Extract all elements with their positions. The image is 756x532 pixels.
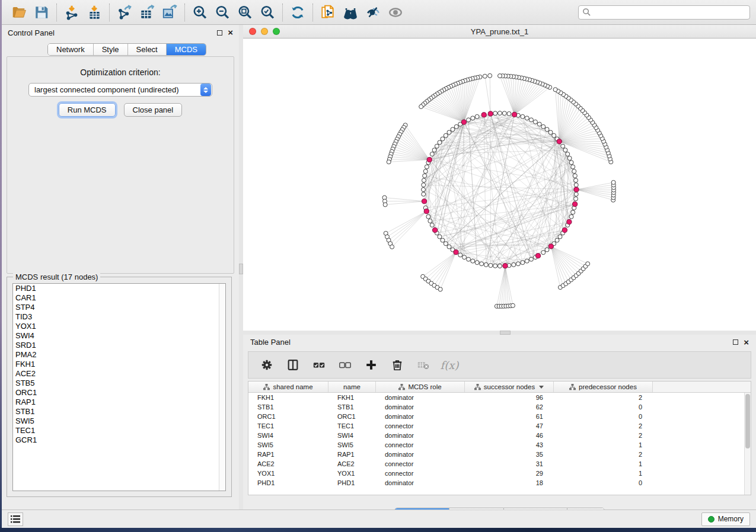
- network-node[interactable]: [537, 122, 541, 126]
- column-header-predecessor-nodes[interactable]: predecessor nodes: [554, 382, 653, 392]
- network-node[interactable]: [428, 219, 432, 223]
- network-node[interactable]: [521, 114, 525, 118]
- mcds-result-item[interactable]: GCR1: [13, 435, 225, 445]
- table-cell[interactable]: dominator: [376, 432, 465, 439]
- table-scrollbar-thumb[interactable]: [745, 394, 750, 448]
- network-node[interactable]: [422, 192, 426, 196]
- show-graphics-details-button[interactable]: [362, 2, 384, 23]
- table-cell[interactable]: 18: [465, 479, 554, 486]
- table-cell[interactable]: TEC1: [328, 422, 376, 430]
- table-cell[interactable]: 96: [465, 394, 554, 401]
- leaf-node[interactable]: [498, 74, 502, 78]
- table-cell[interactable]: dominator: [376, 479, 465, 486]
- network-node[interactable]: [545, 248, 549, 252]
- leaf-node[interactable]: [419, 105, 423, 109]
- table-cell[interactable]: PHD1: [248, 479, 328, 486]
- table-cell[interactable]: 62: [465, 403, 554, 411]
- network-node[interactable]: [444, 242, 448, 246]
- mcds-result-item[interactable]: SWI4: [13, 331, 225, 341]
- horizontal-splitter[interactable]: [243, 331, 756, 335]
- network-node[interactable]: [521, 261, 525, 265]
- table-cell[interactable]: ACE2: [328, 460, 376, 467]
- network-node[interactable]: [567, 156, 572, 161]
- fan-edge[interactable]: [437, 252, 456, 287]
- mcds-node[interactable]: [481, 113, 486, 117]
- network-node[interactable]: [426, 214, 430, 219]
- network-node[interactable]: [467, 257, 471, 261]
- mcds-node[interactable]: [567, 219, 572, 224]
- mcds-node[interactable]: [424, 209, 429, 214]
- table-settings-button[interactable]: [257, 355, 277, 375]
- table-cell[interactable]: RAP1: [248, 451, 328, 458]
- network-node[interactable]: [447, 245, 451, 249]
- mcds-result-item[interactable]: TID3: [13, 312, 225, 322]
- table-cell[interactable]: 31: [465, 460, 554, 467]
- fan-edge[interactable]: [485, 76, 490, 114]
- network-node[interactable]: [471, 259, 475, 263]
- leaf-node[interactable]: [483, 74, 487, 78]
- network-node[interactable]: [569, 161, 573, 165]
- column-header-name[interactable]: name: [328, 382, 376, 392]
- table-cell[interactable]: 2: [554, 451, 653, 458]
- table-row[interactable]: TEC1TEC1connector472: [248, 421, 751, 431]
- table-cell[interactable]: 47: [465, 422, 554, 430]
- fan-edge[interactable]: [551, 246, 588, 264]
- network-node[interactable]: [441, 137, 445, 141]
- tab-network[interactable]: Network: [48, 44, 94, 55]
- table-cell[interactable]: dominator: [376, 403, 465, 411]
- table-cell[interactable]: connector: [376, 470, 465, 477]
- network-node[interactable]: [484, 262, 488, 267]
- close-panel-icon[interactable]: ×: [228, 30, 233, 36]
- network-node[interactable]: [422, 183, 426, 187]
- mcds-result-item[interactable]: RAP1: [13, 398, 225, 407]
- mcds-node[interactable]: [562, 227, 567, 232]
- network-node[interactable]: [493, 264, 497, 268]
- mcds-result-item[interactable]: STB1: [13, 407, 225, 416]
- network-node[interactable]: [548, 130, 553, 134]
- leaf-node[interactable]: [488, 73, 492, 78]
- column-header-shared-name[interactable]: shared name: [248, 382, 328, 392]
- network-node[interactable]: [425, 165, 429, 169]
- network-node[interactable]: [571, 210, 575, 214]
- network-node[interactable]: [574, 183, 578, 187]
- fan-edge[interactable]: [448, 88, 464, 122]
- table-cell[interactable]: STB1: [248, 403, 328, 411]
- new-network-from-selection-button[interactable]: [317, 2, 339, 23]
- table-cell[interactable]: SWI5: [248, 441, 328, 448]
- fan-edge[interactable]: [385, 201, 425, 205]
- close-panel-button[interactable]: Close panel: [124, 103, 183, 117]
- network-node[interactable]: [438, 140, 442, 145]
- network-node[interactable]: [458, 253, 462, 257]
- select-all-button[interactable]: [309, 355, 329, 375]
- run-mcds-button[interactable]: Run MCDS: [59, 103, 116, 117]
- network-node[interactable]: [435, 144, 439, 148]
- network-node[interactable]: [462, 255, 467, 259]
- network-node[interactable]: [571, 165, 575, 169]
- leaf-node[interactable]: [586, 262, 590, 266]
- fan-edge[interactable]: [384, 198, 424, 201]
- network-node[interactable]: [430, 152, 434, 156]
- delete-column-button[interactable]: [387, 355, 407, 375]
- fan-edge[interactable]: [576, 190, 614, 197]
- fan-edge[interactable]: [429, 100, 464, 122]
- table-cell[interactable]: connector: [376, 460, 465, 467]
- mcds-result-item[interactable]: ACE2: [13, 369, 225, 379]
- fan-edge[interactable]: [500, 76, 515, 114]
- mcds-node[interactable]: [427, 157, 432, 162]
- zoom-fit-button[interactable]: [234, 2, 256, 23]
- mcds-result-item[interactable]: STB5: [13, 379, 225, 388]
- network-node[interactable]: [475, 114, 479, 118]
- table-cell[interactable]: YOX1: [328, 470, 376, 477]
- network-node[interactable]: [541, 124, 546, 129]
- network-node[interactable]: [422, 178, 426, 182]
- table-cell[interactable]: YOX1: [248, 470, 328, 477]
- network-node[interactable]: [480, 262, 484, 266]
- fan-edge[interactable]: [390, 211, 426, 243]
- search-box[interactable]: [578, 5, 750, 20]
- table-cell[interactable]: FKH1: [248, 394, 328, 401]
- network-node[interactable]: [502, 111, 506, 116]
- table-cell[interactable]: TEC1: [248, 422, 328, 430]
- leaf-node[interactable]: [553, 88, 557, 92]
- table-cell[interactable]: 35: [465, 451, 554, 458]
- add-column-button[interactable]: [361, 355, 381, 375]
